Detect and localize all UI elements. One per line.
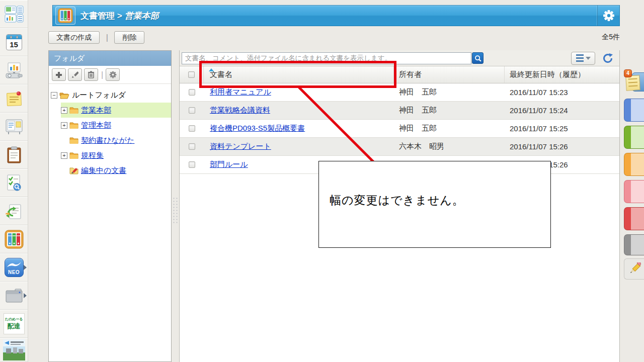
document-row: 複合機PD093-S5製品概要書 神田 五郎 2016/11/07 15:25 bbox=[180, 120, 619, 138]
edit-shortcut-icon[interactable] bbox=[624, 258, 644, 280]
column-header-name[interactable]: 文書名 bbox=[204, 66, 394, 83]
cabinet-app-icon[interactable] bbox=[0, 282, 28, 310]
flyout-arrow-icon bbox=[24, 265, 27, 270]
shortcut-icon-red[interactable] bbox=[624, 207, 644, 230]
magnifier-icon bbox=[474, 54, 482, 62]
column-label-updated: 最終更新日時（履歴） bbox=[510, 70, 585, 79]
document-link[interactable]: 資料テンプレート bbox=[210, 142, 271, 150]
updated-cell: 2016/11/07 15:23 bbox=[505, 88, 619, 97]
updated-cell: 2016/11/07 15:26 bbox=[505, 142, 619, 151]
binders-icon bbox=[5, 230, 24, 249]
chevron-down-icon bbox=[586, 57, 591, 60]
cabinet-icon bbox=[5, 288, 23, 303]
folder-link-contracts[interactable]: 契約書ひながた bbox=[81, 136, 134, 145]
row-checkbox[interactable] bbox=[189, 107, 195, 114]
owner-cell: 六本木 昭男 bbox=[394, 142, 505, 151]
tanomeru-text: たのめーる bbox=[5, 317, 23, 322]
shortcut-icon-green[interactable] bbox=[624, 126, 644, 149]
pencil-icon bbox=[71, 71, 78, 78]
column-header-updated[interactable]: 最終更新日時（履歴） bbox=[505, 66, 619, 83]
document-row: 資料テンプレート 六本木 昭男 2016/11/07 15:26 bbox=[180, 138, 619, 156]
survey-icon bbox=[6, 174, 23, 192]
search-input[interactable] bbox=[182, 52, 471, 64]
editing-folder-icon bbox=[69, 167, 78, 174]
folder-link-rules[interactable]: 規程集 bbox=[81, 151, 104, 160]
calendar-day: 15 bbox=[7, 39, 22, 50]
shortcut-icon-pink[interactable] bbox=[624, 180, 644, 203]
tree-item-root: ルートフォルダ bbox=[51, 87, 171, 103]
folder-settings-button[interactable] bbox=[106, 68, 120, 81]
column-label-owner: 所有者 bbox=[399, 70, 422, 79]
toolbar-separator: | bbox=[101, 70, 103, 79]
expand-toggle[interactable] bbox=[61, 122, 67, 129]
list-view-icon bbox=[576, 54, 584, 62]
tree-item-contracts: 契約書ひながた bbox=[61, 133, 171, 148]
edit-folder-button[interactable] bbox=[68, 68, 82, 81]
current-app-icon-box[interactable] bbox=[55, 7, 75, 25]
delete-folder-button[interactable] bbox=[84, 68, 98, 81]
schedule-app-icon[interactable]: 15 bbox=[0, 28, 28, 56]
total-count: 全5件 bbox=[602, 33, 620, 42]
survey-app-icon[interactable] bbox=[0, 169, 28, 197]
shortcut-icon-blue[interactable] bbox=[624, 99, 644, 122]
column-header-owner[interactable]: 所有者 bbox=[394, 66, 505, 83]
folder-icon bbox=[69, 122, 78, 129]
expand-toggle[interactable] bbox=[61, 152, 67, 159]
settings-button[interactable] bbox=[597, 6, 619, 26]
board-icon bbox=[5, 119, 23, 135]
annotation-callout: 幅の変更はできません。 bbox=[318, 161, 551, 248]
delete-button[interactable]: 削除 bbox=[114, 31, 144, 44]
gear-icon bbox=[603, 10, 615, 22]
row-checkbox[interactable] bbox=[189, 125, 195, 132]
ad-banner[interactable] bbox=[0, 338, 28, 362]
create-document-button[interactable]: 文書の作成 bbox=[48, 31, 100, 44]
document-link[interactable]: 利用者マニュアル bbox=[210, 87, 271, 96]
calendar-icon: 15 bbox=[6, 34, 22, 50]
portal-app-icon[interactable] bbox=[0, 0, 28, 28]
tree-item-admin: 管理本部 bbox=[61, 118, 171, 133]
todo-app-icon[interactable] bbox=[0, 141, 28, 169]
breadcrumb-separator: > bbox=[117, 11, 122, 21]
root-folder-label[interactable]: ルートフォルダ bbox=[72, 90, 126, 100]
folder-icon bbox=[69, 107, 78, 114]
collapse-toggle[interactable] bbox=[51, 92, 57, 99]
bulletin-app-icon[interactable] bbox=[0, 113, 28, 141]
tanomeru-link-icon[interactable]: たのめーる 配達 bbox=[0, 310, 28, 338]
facility-app-icon[interactable] bbox=[0, 56, 28, 84]
action-bar: 文書の作成 | 削除 全5件 bbox=[48, 31, 620, 46]
view-options-button[interactable] bbox=[571, 52, 595, 65]
row-checkbox[interactable] bbox=[189, 89, 195, 96]
add-folder-button[interactable] bbox=[52, 68, 66, 81]
row-checkbox[interactable] bbox=[189, 143, 195, 150]
projector-icon bbox=[5, 62, 23, 79]
refresh-button[interactable] bbox=[602, 53, 613, 64]
search-button[interactable] bbox=[472, 52, 484, 64]
trash-icon bbox=[88, 71, 95, 78]
select-all-checkbox[interactable] bbox=[188, 71, 195, 78]
shortcut-icon-orange[interactable] bbox=[624, 153, 644, 176]
folder-panel: フォルダ | ルートフォルダ bbox=[48, 50, 172, 362]
folder-link-admin[interactable]: 管理本部 bbox=[81, 121, 111, 130]
current-folder-name: 営業本部 bbox=[124, 11, 158, 21]
memo-app-icon[interactable] bbox=[0, 84, 28, 113]
row-checkbox[interactable] bbox=[189, 161, 195, 168]
owner-cell: 神田 五郎 bbox=[394, 124, 505, 133]
updated-cell: 2016/11/07 15:25 bbox=[505, 124, 619, 133]
notification-badge: 4 bbox=[624, 69, 632, 77]
panel-resize-handle[interactable] bbox=[173, 198, 179, 226]
expand-toggle[interactable] bbox=[61, 107, 67, 114]
neo-portal-app-icon[interactable]: NEO bbox=[0, 253, 28, 282]
document-link[interactable]: 複合機PD093-S5製品概要書 bbox=[210, 124, 305, 132]
document-link[interactable]: 営業戦略会議資料 bbox=[210, 106, 270, 114]
tanomeru-logo: たのめーる 配達 bbox=[4, 313, 25, 334]
document-link[interactable]: 部門ルール bbox=[210, 160, 248, 168]
tree-item-rules: 規程集 bbox=[61, 148, 171, 163]
folder-link-sales[interactable]: 営業本部 bbox=[81, 106, 111, 115]
document-management-app-icon[interactable] bbox=[0, 225, 28, 253]
folder-link-editing[interactable]: 編集中の文書 bbox=[81, 166, 126, 175]
workflow-app-icon[interactable] bbox=[0, 197, 28, 225]
app-rail-left: 15 bbox=[0, 0, 28, 362]
folder-icon bbox=[69, 137, 78, 144]
shortcut-icon-gray[interactable] bbox=[624, 234, 644, 255]
memo-shortcut-icon[interactable]: 4 bbox=[624, 69, 644, 95]
